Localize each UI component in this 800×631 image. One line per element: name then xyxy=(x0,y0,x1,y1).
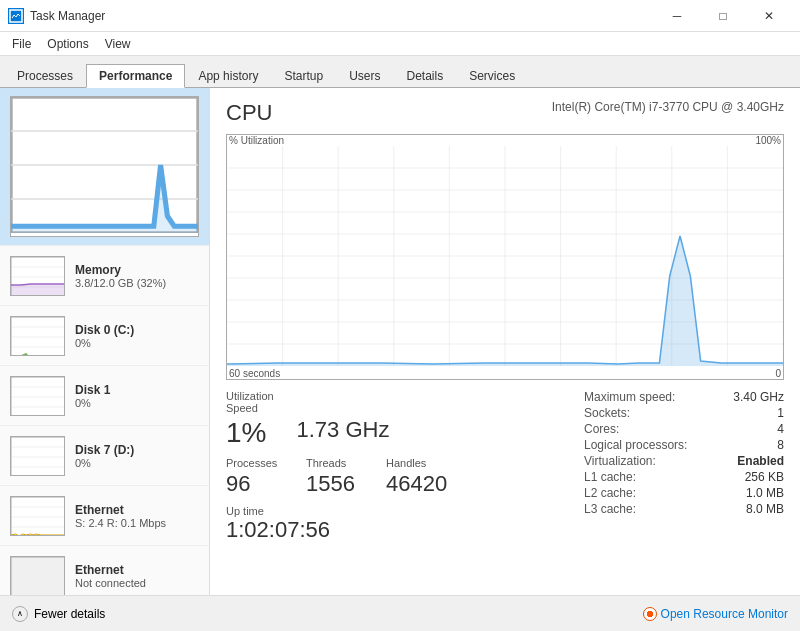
tab-bar: Processes Performance App history Startu… xyxy=(0,56,800,88)
memory-label: Memory xyxy=(75,263,199,277)
chart-axis-labels: % Utilization 100% xyxy=(227,135,783,146)
content-title: CPU xyxy=(226,100,272,126)
sidebar-item-memory[interactable]: Memory 3.8/12.0 GB (32%) xyxy=(0,246,209,306)
info-row-l2: L2 cache: 1.0 MB xyxy=(584,486,784,500)
sidebar-item-disk1[interactable]: Disk 1 0% xyxy=(0,366,209,426)
tab-users[interactable]: Users xyxy=(336,64,393,88)
info-row-sockets: Sockets: 1 xyxy=(584,406,784,420)
disk0-info: Disk 0 (C:) 0% xyxy=(75,323,199,349)
main-content: CPU 1% 1.73 GHz Memory 3.8/12.0 GB (32 xyxy=(0,88,800,595)
svg-rect-19 xyxy=(11,377,65,416)
utilization-stat: Utilization Speed xyxy=(226,390,274,414)
disk7-sub: 0% xyxy=(75,457,199,469)
cpu-model: Intel(R) Core(TM) i7-3770 CPU @ 3.40GHz xyxy=(552,100,784,114)
uptime-value: 1:02:07:56 xyxy=(226,517,554,543)
menu-file[interactable]: File xyxy=(4,35,39,53)
processes-label: Processes xyxy=(226,457,286,469)
ethernet2-sub: Not connected xyxy=(75,577,199,589)
info-row-virt: Virtualization: Enabled xyxy=(584,454,784,468)
svg-marker-12 xyxy=(11,284,65,296)
chart-time-right: 0 xyxy=(775,368,781,379)
svg-rect-24 xyxy=(11,437,65,476)
uptime-section: Up time 1:02:07:56 xyxy=(226,505,554,543)
info-row-l1: L1 cache: 256 KB xyxy=(584,470,784,484)
chart-time-left: 60 seconds xyxy=(229,368,280,379)
tab-startup[interactable]: Startup xyxy=(271,64,336,88)
threads-label-col: Threads xyxy=(306,457,366,469)
chart-y-max: 100% xyxy=(755,135,781,146)
disk7-label: Disk 7 (D:) xyxy=(75,443,199,457)
tab-processes[interactable]: Processes xyxy=(4,64,86,88)
content-header: CPU Intel(R) Core(TM) i7-3770 CPU @ 3.40… xyxy=(226,100,784,126)
handles-label-col: Handles xyxy=(386,457,426,469)
disk1-thumbnail xyxy=(10,376,65,416)
cpu-content-panel: CPU Intel(R) Core(TM) i7-3770 CPU @ 3.40… xyxy=(210,88,800,595)
sidebar-item-disk0[interactable]: Disk 0 (C:) 0% xyxy=(0,306,209,366)
cpu-thumbnail xyxy=(10,96,199,237)
disk7-thumbnail xyxy=(10,436,65,476)
maximize-button[interactable]: □ xyxy=(700,6,746,26)
sidebar-item-ethernet2[interactable]: Ethernet Not connected xyxy=(0,546,209,595)
handles-value: 46420 xyxy=(386,471,447,497)
info-row-cores: Cores: 4 xyxy=(584,422,784,436)
window-controls: ─ □ ✕ xyxy=(654,6,792,26)
tab-services[interactable]: Services xyxy=(456,64,528,88)
title-bar: Task Manager ─ □ ✕ xyxy=(0,0,800,32)
disk7-info: Disk 7 (D:) 0% xyxy=(75,443,199,469)
disk1-info: Disk 1 0% xyxy=(75,383,199,409)
sidebar-item-cpu[interactable]: CPU 1% 1.73 GHz xyxy=(0,88,209,246)
ethernet2-label: Ethernet xyxy=(75,563,199,577)
processes-label-col: Processes xyxy=(226,457,286,469)
resource-monitor-label[interactable]: Open Resource Monitor xyxy=(661,607,788,621)
info-row-logical: Logical processors: 8 xyxy=(584,438,784,452)
resource-monitor-icon xyxy=(643,607,657,621)
memory-thumbnail xyxy=(10,256,65,296)
menu-view[interactable]: View xyxy=(97,35,139,53)
disk0-label: Disk 0 (C:) xyxy=(75,323,199,337)
memory-info: Memory 3.8/12.0 GB (32%) xyxy=(75,263,199,289)
disk1-sub: 0% xyxy=(75,397,199,409)
tab-app-history[interactable]: App history xyxy=(185,64,271,88)
speed-value: 1.73 GHz xyxy=(296,418,389,442)
fewer-details-label: Fewer details xyxy=(34,607,105,621)
chart-time-labels: 60 seconds 0 xyxy=(227,366,783,379)
processes-value: 96 xyxy=(226,471,286,497)
fewer-details-button[interactable]: ∧ Fewer details xyxy=(12,606,105,622)
threads-label: Threads xyxy=(306,457,366,469)
disk1-label: Disk 1 xyxy=(75,383,199,397)
open-resource-monitor-link[interactable]: Open Resource Monitor xyxy=(643,607,788,621)
window-title: Task Manager xyxy=(30,9,105,23)
utilization-value: 1% xyxy=(226,418,266,449)
threads-value: 1556 xyxy=(306,471,366,497)
ethernet1-thumbnail xyxy=(10,496,65,536)
ethernet1-sub: S: 2.4 R: 0.1 Mbps xyxy=(75,517,199,529)
svg-rect-34 xyxy=(11,557,65,596)
menu-bar: File Options View xyxy=(0,32,800,56)
ethernet1-info: Ethernet S: 2.4 R: 0.1 Mbps xyxy=(75,503,199,529)
cpu-chart-container: % Utilization 100% xyxy=(226,134,784,380)
chart-y-label: % Utilization xyxy=(229,135,284,146)
sidebar: CPU 1% 1.73 GHz Memory 3.8/12.0 GB (32 xyxy=(0,88,210,595)
ethernet1-label: Ethernet xyxy=(75,503,199,517)
svg-rect-0 xyxy=(10,10,22,22)
disk0-sub: 0% xyxy=(75,337,199,349)
tab-details[interactable]: Details xyxy=(393,64,456,88)
info-row-maxspeed: Maximum speed: 3.40 GHz xyxy=(584,390,784,404)
svg-rect-29 xyxy=(11,497,65,536)
handles-label: Handles xyxy=(386,457,426,469)
footer: ∧ Fewer details Open Resource Monitor xyxy=(0,595,800,631)
sidebar-item-ethernet1[interactable]: Ethernet S: 2.4 R: 0.1 Mbps xyxy=(0,486,209,546)
disk0-thumbnail xyxy=(10,316,65,356)
tab-performance[interactable]: Performance xyxy=(86,64,185,88)
ethernet2-info: Ethernet Not connected xyxy=(75,563,199,589)
info-row-l3: L3 cache: 8.0 MB xyxy=(584,502,784,516)
minimize-button[interactable]: ─ xyxy=(654,6,700,26)
uptime-label: Up time xyxy=(226,505,554,517)
utilization-label: Utilization xyxy=(226,390,274,402)
menu-options[interactable]: Options xyxy=(39,35,96,53)
sidebar-item-disk7[interactable]: Disk 7 (D:) 0% xyxy=(0,426,209,486)
close-button[interactable]: ✕ xyxy=(746,6,792,26)
chevron-up-icon: ∧ xyxy=(12,606,28,622)
memory-sub: 3.8/12.0 GB (32%) xyxy=(75,277,199,289)
app-icon xyxy=(8,8,24,24)
